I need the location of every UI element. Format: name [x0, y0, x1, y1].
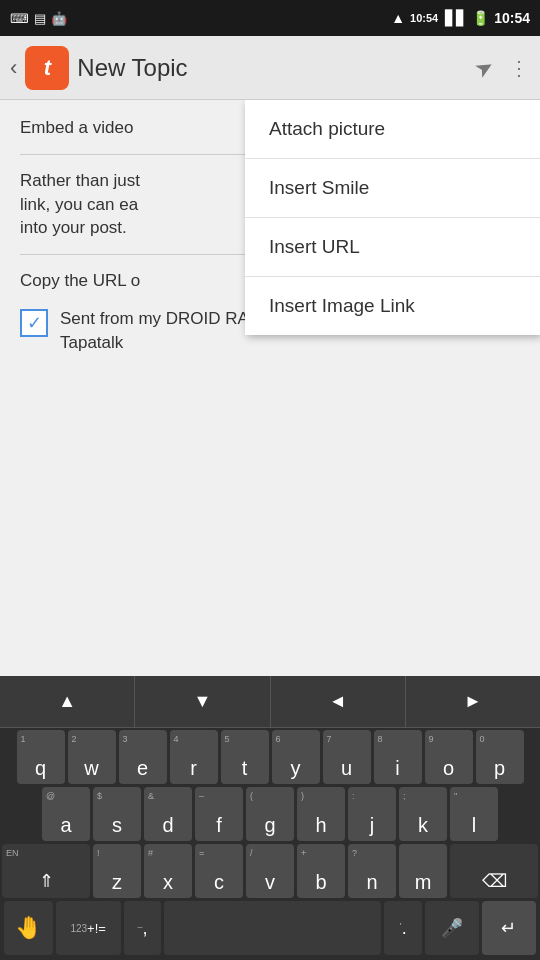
dropdown-menu: Attach picture Insert Smile Insert URL I…	[245, 100, 540, 335]
more-options-button[interactable]: ⋮	[509, 56, 530, 80]
nav-left-key[interactable]: ◄	[271, 676, 406, 727]
key-w[interactable]: 2w	[68, 730, 116, 784]
key-d[interactable]: &d	[144, 787, 192, 841]
sim-icon: ▤	[34, 11, 46, 26]
keyboard: ▲ ▼ ◄ ► 1q 2w 3e 4r 5t 6y 7u 8i 9o 0p @a…	[0, 676, 540, 960]
keyboard-nav-row: ▲ ▼ ◄ ►	[0, 676, 540, 728]
back-button[interactable]: ‹	[10, 55, 17, 81]
key-x[interactable]: #x	[144, 844, 192, 898]
key-e[interactable]: 3e	[119, 730, 167, 784]
dropdown-item-insert-url[interactable]: Insert URL	[245, 218, 540, 277]
key-b[interactable]: +b	[297, 844, 345, 898]
key-z[interactable]: !z	[93, 844, 141, 898]
spacebar-key[interactable]	[164, 901, 380, 955]
period-key[interactable]: ʼ .	[384, 901, 422, 955]
key-j[interactable]: :j	[348, 787, 396, 841]
droid-icon: 🤖	[51, 11, 67, 26]
key-t[interactable]: 5t	[221, 730, 269, 784]
key-s[interactable]: $s	[93, 787, 141, 841]
key-row-1: 1q 2w 3e 4r 5t 6y 7u 8i 9o 0p	[2, 730, 538, 784]
nav-up-key[interactable]: ▲	[0, 676, 135, 727]
key-n[interactable]: ?n	[348, 844, 396, 898]
enter-key[interactable]: ↵	[482, 901, 536, 955]
key-u[interactable]: 7u	[323, 730, 371, 784]
content-area: Embed a video Rather than just link, you…	[0, 100, 540, 496]
status-right-icons: ▲ 10:54 ▋▋ 🔋 10:54	[391, 10, 530, 26]
status-icons: ⌨ ▤ 🤖	[10, 11, 67, 26]
key-a[interactable]: @a	[42, 787, 90, 841]
dropdown-item-insert-image-link[interactable]: Insert Image Link	[245, 277, 540, 335]
key-f[interactable]: –f	[195, 787, 243, 841]
key-q[interactable]: 1q	[17, 730, 65, 784]
key-o[interactable]: 9o	[425, 730, 473, 784]
app-bar-actions: ➤ ⋮	[475, 55, 530, 81]
nav-down-key[interactable]: ▼	[135, 676, 270, 727]
key-i[interactable]: 8i	[374, 730, 422, 784]
key-p[interactable]: 0p	[476, 730, 524, 784]
status-bar: ⌨ ▤ 🤖 ▲ 10:54 ▋▋ 🔋 10:54	[0, 0, 540, 36]
page-title: New Topic	[77, 54, 187, 82]
key-h[interactable]: )h	[297, 787, 345, 841]
dropdown-item-attach-picture[interactable]: Attach picture	[245, 100, 540, 159]
network-label: 10:54	[410, 12, 438, 24]
bottom-row: 🤚 123 +!= – , ʼ . 🎤 ↵	[2, 901, 538, 955]
signature-checkbox[interactable]: ✓	[20, 309, 48, 337]
key-y[interactable]: 6y	[272, 730, 320, 784]
dropdown-item-insert-smile[interactable]: Insert Smile	[245, 159, 540, 218]
key-g[interactable]: (g	[246, 787, 294, 841]
time-display: 10:54	[494, 10, 530, 26]
app-bar-left: ‹ t New Topic	[10, 46, 188, 90]
key-k[interactable]: ;k	[399, 787, 447, 841]
keyboard-icon: ⌨	[10, 11, 29, 26]
key-m[interactable]: m	[399, 844, 447, 898]
shift-key[interactable]: EN ⇑	[2, 844, 90, 898]
keyboard-rows: 1q 2w 3e 4r 5t 6y 7u 8i 9o 0p @a $s &d –…	[0, 728, 540, 960]
check-icon: ✓	[27, 312, 42, 334]
key-c[interactable]: =c	[195, 844, 243, 898]
mic-key[interactable]: 🎤	[425, 901, 479, 955]
key-r[interactable]: 4r	[170, 730, 218, 784]
nav-right-key[interactable]: ►	[406, 676, 540, 727]
signal-icon: ▋▋	[445, 10, 467, 26]
app-bar: ‹ t New Topic ➤ ⋮	[0, 36, 540, 100]
wifi-icon: ▲	[391, 10, 405, 26]
backspace-key[interactable]: ⌫	[450, 844, 538, 898]
key-l[interactable]: "l	[450, 787, 498, 841]
comma-key[interactable]: – ,	[124, 901, 162, 955]
emoji-key[interactable]: 🤚	[4, 901, 53, 955]
send-button[interactable]: ➤	[470, 52, 499, 84]
app-logo: t	[25, 46, 69, 90]
sym-key[interactable]: 123 +!=	[56, 901, 121, 955]
key-row-2: @a $s &d –f (g )h :j ;k "l	[2, 787, 538, 841]
battery-icon: 🔋	[472, 10, 489, 26]
key-row-3: EN ⇑ !z #x =c /v +b ?n m ⌫	[2, 844, 538, 898]
key-v[interactable]: /v	[246, 844, 294, 898]
